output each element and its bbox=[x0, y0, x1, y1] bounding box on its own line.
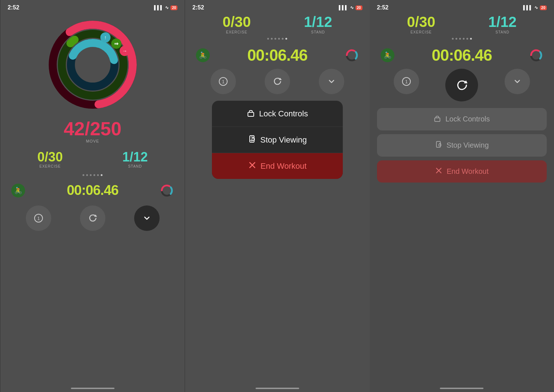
stand-label-3: STAND bbox=[488, 30, 517, 34]
dot-6 bbox=[101, 174, 103, 176]
dot3-2 bbox=[455, 38, 457, 40]
two-stats: 0/30 EXERCISE 1/12 STAND bbox=[8, 151, 177, 168]
workout-time-1: 00:06.46 bbox=[67, 183, 119, 198]
activity-rings: → ⇒ ↑ bbox=[45, 17, 140, 112]
stand-stat: 1/12 STAND bbox=[122, 151, 148, 168]
stand-stat-3: 1/12 STAND bbox=[488, 14, 517, 34]
dot2-3 bbox=[274, 38, 276, 40]
battery-badge-3: 20 bbox=[540, 5, 547, 10]
stop-viewing-button[interactable]: Stop Viewing bbox=[212, 127, 343, 153]
battery-badge-2: 20 bbox=[356, 5, 362, 10]
svg-point-26 bbox=[252, 141, 252, 141]
x-icon bbox=[248, 161, 256, 171]
status-icons-3: ▌▌▌ ∿ 20 bbox=[523, 5, 547, 10]
move-value: 42/250 bbox=[64, 119, 121, 138]
bike-icon-1: 🚴 bbox=[11, 184, 25, 197]
svg-text:1: 1 bbox=[222, 79, 224, 84]
exercise-stat: 0/30 EXERCISE bbox=[37, 151, 63, 168]
status-bar-2: 2:52 ▌▌▌ ∿ 20 bbox=[185, 0, 369, 14]
stand-value: 1/12 bbox=[122, 151, 148, 164]
control2-btn-3[interactable] bbox=[319, 69, 344, 94]
controls-row-2: 1 bbox=[192, 69, 362, 94]
pace-arc-1 bbox=[160, 184, 174, 197]
move-stat: 42/250 MOVE bbox=[64, 119, 121, 143]
dot-5 bbox=[97, 174, 99, 176]
stop-viewing-label: Stop Viewing bbox=[260, 135, 307, 145]
pace-arc-2 bbox=[345, 48, 359, 62]
page-dots-3 bbox=[452, 38, 472, 40]
control2-btn-2[interactable] bbox=[265, 69, 290, 94]
wifi-icon: ∿ bbox=[165, 5, 169, 10]
x-icon-light bbox=[435, 167, 442, 176]
signal-icon-2: ▌▌▌ bbox=[339, 5, 348, 10]
panel-2: 2:52 ▌▌▌ ∿ 20 0/30 EXERCISE 1/12 STAND bbox=[185, 0, 369, 392]
stand-value-3: 1/12 bbox=[488, 14, 517, 30]
wifi-icon-3: ∿ bbox=[534, 5, 538, 10]
control-btn-1[interactable]: 1 bbox=[26, 205, 51, 231]
dot3-4 bbox=[463, 38, 465, 40]
svg-text:1: 1 bbox=[405, 79, 408, 84]
control3-btn-2-active[interactable] bbox=[445, 69, 478, 101]
control-btn-3[interactable] bbox=[134, 205, 160, 231]
home-indicator-3 bbox=[440, 388, 483, 389]
home-indicator-2 bbox=[256, 388, 299, 389]
status-icons-1: ▌▌▌ ∿ 20 bbox=[154, 5, 178, 10]
controls-row-3: 1 bbox=[377, 69, 547, 101]
panel-3: 2:52 ▌▌▌ ∿ 20 0/30 EXERCISE 1/12 STAND bbox=[370, 0, 554, 392]
dot-3 bbox=[90, 174, 92, 176]
battery-badge-1: 20 bbox=[170, 5, 177, 10]
page-dots-1 bbox=[83, 174, 103, 176]
svg-text:→: → bbox=[122, 48, 127, 54]
end-workout-label: End Workout bbox=[261, 161, 307, 171]
exercise-stat-2: 0/30 EXERCISE bbox=[222, 14, 251, 34]
status-time-2: 2:52 bbox=[192, 4, 204, 11]
phone-icon-light bbox=[435, 141, 442, 150]
panel-1: 2:52 ▌▌▌ ∿ 20 → bbox=[0, 0, 185, 392]
move-label: MOVE bbox=[64, 139, 121, 143]
workout-row-2: 🚴 00:06.46 bbox=[192, 46, 362, 64]
status-icons-2: ▌▌▌ ∿ 20 bbox=[339, 5, 362, 10]
dot-4 bbox=[93, 174, 95, 176]
svg-rect-38 bbox=[437, 141, 441, 147]
dot2-4 bbox=[278, 38, 280, 40]
dot-1 bbox=[83, 174, 84, 176]
control2-btn-1[interactable]: 1 bbox=[210, 69, 236, 94]
bike-icon-2: 🚴 bbox=[196, 48, 210, 62]
dot2-2 bbox=[271, 38, 273, 40]
page-dots-2 bbox=[267, 38, 287, 40]
end-workout-button[interactable]: End Workout bbox=[212, 153, 343, 179]
control3-btn-1[interactable]: 1 bbox=[394, 69, 419, 94]
exercise-value-3: 0/30 bbox=[407, 14, 435, 30]
bike-icon-3: 🚴 bbox=[381, 48, 394, 62]
dot3-1 bbox=[452, 38, 454, 40]
dot-2 bbox=[86, 174, 88, 176]
dot3-3 bbox=[459, 38, 461, 40]
workout-time-2: 00:06.46 bbox=[247, 46, 308, 64]
popup-menu: Lock Controls Stop Viewing bbox=[212, 101, 343, 179]
svg-rect-24 bbox=[248, 112, 254, 116]
stop-viewing-light[interactable]: Stop Viewing bbox=[377, 134, 547, 157]
lock-controls-label: Lock Controls bbox=[259, 109, 308, 119]
svg-text:⇒: ⇒ bbox=[114, 41, 119, 47]
status-time-3: 2:52 bbox=[377, 4, 389, 11]
stand-stat-2: 1/12 STAND bbox=[304, 14, 332, 34]
status-time-1: 2:52 bbox=[8, 4, 19, 11]
svg-text:↑: ↑ bbox=[104, 35, 107, 40]
svg-rect-37 bbox=[435, 118, 440, 121]
end-workout-light[interactable]: End Workout bbox=[377, 160, 547, 183]
stand-value-2: 1/12 bbox=[304, 14, 332, 30]
stand-label: STAND bbox=[122, 164, 148, 168]
workout-time-3: 00:06.46 bbox=[431, 46, 492, 64]
lock-controls-button[interactable]: Lock Controls bbox=[212, 101, 343, 127]
lock-controls-light[interactable]: Lock Controls bbox=[377, 108, 547, 131]
panel2-content: 0/30 EXERCISE 1/12 STAND 🚴 00:06.46 bbox=[185, 14, 369, 179]
control-btn-2[interactable] bbox=[80, 205, 105, 231]
phone-icon bbox=[248, 135, 256, 145]
stop-viewing-label-3: Stop Viewing bbox=[446, 141, 489, 149]
home-indicator-1 bbox=[71, 388, 115, 389]
control3-btn-3[interactable] bbox=[505, 69, 530, 94]
lock-controls-label-3: Lock Controls bbox=[445, 115, 490, 123]
pace-arc-3 bbox=[529, 48, 543, 62]
dot3-6 bbox=[470, 38, 472, 40]
exercise-value-2: 0/30 bbox=[222, 14, 251, 30]
